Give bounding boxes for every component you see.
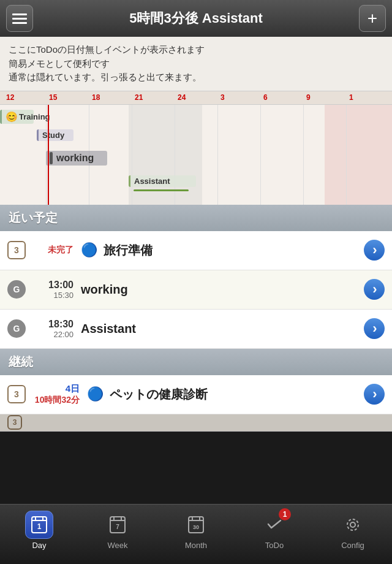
chevron-btn-1[interactable] (364, 240, 385, 261)
current-time-line (48, 105, 49, 205)
continue-days: 4日 (66, 383, 80, 395)
time-label-6: 6 (263, 93, 268, 102)
timeline-area[interactable]: 12 15 18 21 24 3 6 9 1 😊 Training S (0, 91, 392, 205)
calendar-circle-g2: G (7, 319, 26, 338)
todo-banner-text: ここにToDoの日付無しイベントが表示されます簡易メモとして便利です通常は隠れて… (9, 43, 383, 85)
config-icon (344, 516, 362, 534)
working-time-block: 13:00 15:30 (31, 280, 74, 300)
event-title-assistant: Assistant (81, 322, 364, 336)
time-label-24: 24 (178, 93, 186, 102)
svg-text:30: 30 (193, 524, 199, 530)
upcoming-section-header: 近い予定 (0, 205, 392, 231)
todo-badge: 1 (279, 508, 291, 520)
time-label-3: 3 (221, 93, 225, 102)
week-tab-label: Week (108, 541, 128, 550)
grid-line-8 (346, 105, 347, 205)
status-incomplete: 未完了 (31, 245, 74, 256)
next-item-hint: 3 (0, 414, 392, 432)
tab-todo[interactable]: 1 ToDo (235, 508, 314, 550)
day-icon: 1 (30, 516, 48, 534)
assistant-label: Assistant (134, 177, 170, 186)
study-event[interactable]: Study (37, 129, 74, 141)
calendar-icon-1: 🔵 (81, 242, 97, 258)
grid-line-5 (217, 105, 218, 205)
time-label-9: 9 (306, 93, 311, 102)
continue-section-header: 継続 (0, 349, 392, 375)
tab-week[interactable]: 7 Week (78, 508, 157, 550)
event-title-pet: ペットの健康診断 (110, 386, 364, 403)
assistant-time-block: 18:30 22:00 (31, 319, 74, 339)
time-label-18: 18 (92, 93, 100, 102)
tab-month[interactable]: 30 Month (157, 508, 235, 550)
svg-text:1: 1 (37, 522, 42, 531)
app-header: 5時間3分後 Assistant + (0, 0, 392, 37)
grid-line-3 (132, 105, 132, 205)
tab-day[interactable]: 1 Day (0, 508, 78, 550)
upcoming-item-3[interactable]: G 18:30 22:00 Assistant (0, 310, 392, 349)
training-event[interactable]: 😊 Training (0, 110, 34, 124)
todo-tab-label: ToDo (265, 541, 284, 550)
day-icon-wrap: 1 (25, 511, 53, 539)
chevron-btn-4[interactable] (364, 384, 385, 405)
pink-region (325, 105, 392, 205)
working-label: working (56, 153, 94, 164)
week-icon-wrap: 7 (104, 511, 132, 539)
time-label-1: 1 (349, 93, 353, 102)
calendar-icon-2: 🔵 (87, 386, 104, 402)
grid-line-7 (303, 105, 304, 205)
continue-day-badge: 3 (7, 385, 26, 403)
working-time-start: 13:00 (48, 280, 74, 291)
svg-point-16 (347, 519, 358, 530)
menu-button[interactable] (6, 5, 33, 32)
chevron-btn-3[interactable] (364, 318, 385, 339)
week-icon: 7 (108, 516, 127, 534)
working-timeline-event[interactable]: working (46, 151, 107, 166)
assistant-underline (134, 189, 189, 191)
day-tab-label: Day (32, 541, 46, 550)
continue-title: 継続 (9, 355, 33, 368)
timeline-events: 😊 Training Study working Assistant (0, 105, 392, 205)
upcoming-title: 近い予定 (9, 210, 58, 226)
upcoming-item-1[interactable]: 3 未完了 🔵 旅行準備 (0, 231, 392, 270)
time-label-12: 12 (6, 93, 14, 102)
continue-time-info: 4日 10時間32分 (31, 383, 80, 406)
svg-text:7: 7 (116, 524, 119, 530)
assistant-timeline-event[interactable]: Assistant (129, 175, 196, 187)
next-badge: 3 (7, 415, 22, 430)
month-tab-label: Month (185, 541, 207, 550)
event-title-working: working (81, 283, 364, 297)
todo-banner[interactable]: ここにToDoの日付無しイベントが表示されます簡易メモとして便利です通常は隠れて… (0, 37, 392, 91)
config-icon-wrap (339, 511, 367, 539)
header-title: 5時間3分後 Assistant (33, 9, 359, 28)
event-title-travel: 旅行準備 (104, 242, 364, 259)
month-icon-wrap: 30 (182, 511, 210, 539)
continue-hours: 10時間32分 (35, 395, 80, 406)
config-tab-label: Config (341, 541, 364, 550)
time-ruler: 12 15 18 21 24 3 6 9 1 (0, 91, 392, 105)
training-label: Training (19, 112, 50, 121)
calendar-circle-g1: G (7, 280, 26, 299)
tab-config[interactable]: Config (314, 508, 392, 550)
todo-icon-wrap: 1 (260, 511, 288, 539)
tab-bar: 1 Day 7 Week 30 (0, 504, 392, 564)
svg-point-15 (350, 522, 355, 527)
month-icon: 30 (187, 516, 205, 534)
day-badge-1: 3 (7, 241, 26, 259)
assistant-time-end: 22:00 (53, 330, 74, 339)
continue-item-1[interactable]: 3 4日 10時間32分 🔵 ペットの健康診断 (0, 375, 392, 414)
study-label: Study (42, 131, 64, 140)
time-label-15: 15 (49, 93, 57, 102)
upcoming-item-2[interactable]: G 13:00 15:30 working (0, 270, 392, 310)
working-time-end: 15:30 (53, 291, 74, 300)
grid-line-6 (260, 105, 261, 205)
assistant-time-start: 18:30 (48, 319, 74, 330)
chevron-btn-2[interactable] (364, 279, 385, 300)
add-button[interactable]: + (359, 5, 386, 32)
time-label-21: 21 (135, 93, 143, 102)
